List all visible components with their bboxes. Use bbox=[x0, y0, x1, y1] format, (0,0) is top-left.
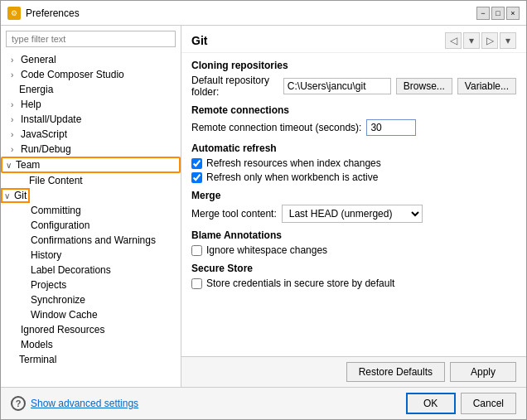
window-title: Preferences bbox=[26, 7, 80, 19]
sidebar-item-synchronize[interactable]: Synchronize bbox=[1, 292, 181, 307]
sidebar-item-window-cache[interactable]: Window Cache bbox=[1, 307, 181, 322]
sidebar-item-git[interactable]: ∨Git bbox=[1, 188, 181, 203]
sidebar-item-team[interactable]: ∨Team bbox=[1, 157, 181, 173]
blame-whitespace-row: Ignore whitespace changes bbox=[191, 244, 516, 256]
sidebar-item-configuration[interactable]: Configuration bbox=[1, 218, 181, 233]
title-bar-controls: − □ × bbox=[476, 7, 520, 20]
section-merge-label: Merge bbox=[191, 190, 516, 201]
filter-input[interactable] bbox=[6, 31, 176, 47]
refresh-workbench-checkbox[interactable] bbox=[191, 172, 202, 183]
help-icon[interactable]: ? bbox=[11, 396, 26, 411]
sidebar-item-install[interactable]: ›Install/Update bbox=[1, 112, 181, 127]
main-content: Cloning repositories Default repository … bbox=[181, 53, 526, 356]
refresh-index-checkbox[interactable] bbox=[191, 158, 202, 169]
forward-dropdown-button[interactable]: ▾ bbox=[500, 32, 516, 49]
secure-store-row: Store credentials in secure store by def… bbox=[191, 278, 516, 289]
sidebar-item-help[interactable]: ›Help bbox=[1, 97, 181, 112]
refresh-index-label: Refresh resources when index changes bbox=[206, 157, 381, 169]
cloning-folder-row: Default repository folder: Browse... Var… bbox=[191, 75, 516, 98]
footer-left: ? Show advanced settings bbox=[11, 396, 138, 411]
preferences-window: ⚙ Preferences − □ × ›General ›Code Compo… bbox=[0, 0, 527, 420]
section-cloning-label: Cloning repositories bbox=[191, 60, 516, 71]
back-dropdown-button[interactable]: ▾ bbox=[463, 32, 480, 49]
section-blame-label: Blame Annotations bbox=[191, 229, 516, 241]
refresh-workbench-row: Refresh only when workbench is active bbox=[191, 171, 516, 183]
page-title: Git bbox=[191, 34, 207, 47]
sidebar-item-ignored-resources[interactable]: Ignored Resources bbox=[1, 322, 181, 337]
preferences-icon: ⚙ bbox=[7, 7, 21, 20]
sidebar-item-run-debug[interactable]: ›Run/Debug bbox=[1, 142, 181, 157]
section-secure-store-label: Secure Store bbox=[191, 263, 516, 274]
main-header: Git ◁ ▾ ▷ ▾ bbox=[181, 26, 526, 53]
apply-button[interactable]: Apply bbox=[450, 362, 516, 382]
maximize-button[interactable]: □ bbox=[491, 7, 505, 20]
title-bar: ⚙ Preferences − □ × bbox=[1, 1, 526, 26]
browse-button[interactable]: Browse... bbox=[396, 78, 452, 94]
ok-button[interactable]: OK bbox=[406, 393, 456, 414]
tree: ›General ›Code Composer Studio Energia ›… bbox=[1, 52, 181, 387]
forward-button[interactable]: ▷ bbox=[481, 32, 498, 49]
title-bar-left: ⚙ Preferences bbox=[7, 7, 80, 20]
timeout-label: Remote connection timeout (seconds): bbox=[191, 122, 361, 133]
blame-whitespace-label: Ignore whitespace changes bbox=[206, 244, 327, 256]
footer: ? Show advanced settings OK Cancel bbox=[1, 387, 526, 419]
sidebar-item-energia[interactable]: Energia bbox=[1, 82, 181, 97]
sidebar-item-terminal[interactable]: Terminal bbox=[1, 352, 181, 367]
bottom-bar: Restore Defaults Apply bbox=[181, 356, 526, 387]
minimize-button[interactable]: − bbox=[476, 7, 490, 20]
sidebar-item-confirmations[interactable]: Confirmations and Warnings bbox=[1, 233, 181, 248]
folder-label: Default repository folder: bbox=[191, 75, 278, 98]
back-button[interactable]: ◁ bbox=[445, 32, 462, 49]
sidebar-item-models[interactable]: Models bbox=[1, 337, 181, 352]
sidebar-item-code-composer[interactable]: ›Code Composer Studio bbox=[1, 67, 181, 82]
variable-button[interactable]: Variable... bbox=[457, 78, 516, 94]
main-panel: Git ◁ ▾ ▷ ▾ Cloning repositories Default… bbox=[181, 26, 526, 387]
show-advanced-link[interactable]: Show advanced settings bbox=[31, 398, 138, 409]
refresh-index-row: Refresh resources when index changes bbox=[191, 157, 516, 169]
content-area: ›General ›Code Composer Studio Energia ›… bbox=[1, 26, 526, 387]
merge-tool-dropdown[interactable]: Last HEAD (unmerged) bbox=[282, 205, 423, 223]
blame-whitespace-checkbox[interactable] bbox=[191, 245, 202, 256]
nav-icons: ◁ ▾ ▷ ▾ bbox=[445, 32, 516, 49]
restore-defaults-button[interactable]: Restore Defaults bbox=[346, 362, 445, 382]
sidebar-item-file-content[interactable]: File Content bbox=[1, 173, 181, 188]
folder-input[interactable] bbox=[283, 78, 391, 94]
section-remote-label: Remote connections bbox=[191, 104, 516, 116]
sidebar-item-committing[interactable]: Committing bbox=[1, 203, 181, 218]
merge-tool-label: Merge tool content: bbox=[191, 208, 277, 220]
sidebar-item-label-decorations[interactable]: Label Decorations bbox=[1, 263, 181, 278]
sidebar-item-javascript[interactable]: ›JavaScript bbox=[1, 127, 181, 142]
cancel-button[interactable]: Cancel bbox=[461, 393, 516, 414]
sidebar-item-general[interactable]: ›General bbox=[1, 52, 181, 67]
sidebar: ›General ›Code Composer Studio Energia ›… bbox=[1, 26, 181, 387]
sidebar-item-history[interactable]: History bbox=[1, 248, 181, 263]
sidebar-item-projects[interactable]: Projects bbox=[1, 278, 181, 292]
remote-timeout-row: Remote connection timeout (seconds): bbox=[191, 119, 516, 136]
refresh-workbench-label: Refresh only when workbench is active bbox=[206, 171, 378, 183]
close-button[interactable]: × bbox=[506, 7, 520, 20]
footer-right: OK Cancel bbox=[406, 393, 516, 414]
timeout-input[interactable] bbox=[366, 119, 416, 136]
merge-tool-row: Merge tool content: Last HEAD (unmerged) bbox=[191, 205, 516, 223]
secure-store-label: Store credentials in secure store by def… bbox=[206, 278, 394, 289]
section-auto-refresh-label: Automatic refresh bbox=[191, 142, 516, 154]
secure-store-checkbox[interactable] bbox=[191, 278, 202, 289]
